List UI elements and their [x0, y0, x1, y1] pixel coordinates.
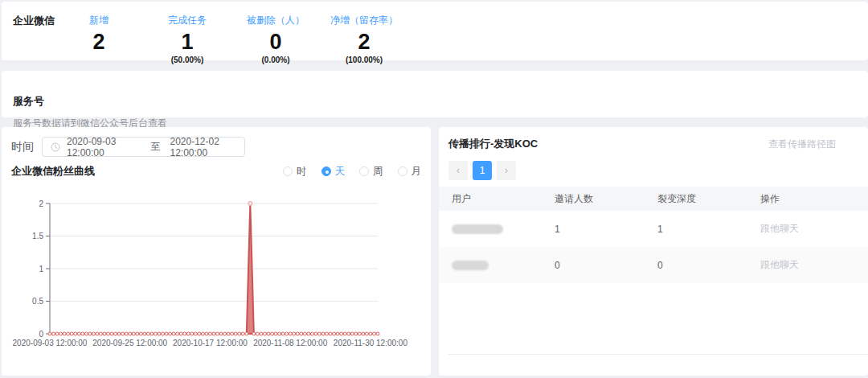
invites-value: 1 — [542, 211, 645, 247]
stat-new-users: 新增 2 — [55, 2, 143, 65]
fan-curve-panel: 时间 2020-09-03 12:00:00 至 2020-12-02 12:0… — [2, 127, 431, 376]
stat-value: 0 — [231, 31, 320, 53]
stat-percent — [55, 55, 143, 65]
koc-table-header-row: 用户 邀请人数 裂变深度 操作 — [439, 187, 868, 211]
wechat-work-stats-panel: 企业微信 新增 2 完成任务 1 (50.00%) 被删除（人） 0 (0.00… — [2, 2, 868, 60]
service-account-title: 服务号 — [13, 94, 868, 109]
stat-label: 净增（留存率） — [320, 14, 408, 27]
stat-value: 2 — [55, 31, 143, 53]
stat-label: 完成任务 — [143, 14, 231, 27]
date-range-picker[interactable]: 2020-09-03 12:00:00 至 2020-12-02 12:00:0… — [42, 137, 245, 157]
depth-value: 1 — [645, 211, 747, 247]
radio-circle-icon — [283, 166, 293, 176]
svg-text:0: 0 — [39, 330, 43, 339]
header-invites: 邀请人数 — [542, 187, 645, 211]
granularity-radio-group: 时 天 周 月 — [283, 165, 421, 179]
radio-month[interactable]: 月 — [398, 165, 422, 179]
header-depth: 裂变深度 — [645, 187, 747, 211]
svg-text:1.5: 1.5 — [32, 232, 43, 240]
svg-text:1: 1 — [39, 265, 43, 273]
radio-label: 周 — [373, 165, 383, 179]
clock-icon — [51, 142, 60, 152]
stats-row: 新增 2 完成任务 1 (50.00%) 被删除（人） 0 (0.00%) 净增… — [55, 2, 408, 65]
table-row: 0 0 跟他聊天 — [439, 247, 868, 283]
radio-circle-icon — [321, 166, 331, 176]
header-action: 操作 — [747, 187, 868, 211]
service-account-panel: 服务号 服务号数据请到微信公众号后台查看 — [2, 71, 868, 117]
svg-text:2020-09-25 12:00:00: 2020-09-25 12:00:00 — [92, 339, 167, 347]
stat-net-growth: 净增（留存率） 2 (100.00%) — [320, 2, 408, 65]
stat-value: 1 — [143, 31, 231, 53]
chat-with-user-link[interactable]: 跟他聊天 — [760, 223, 799, 234]
date-range-separator: 至 — [151, 140, 161, 154]
header-user: 用户 — [439, 187, 542, 211]
radio-day[interactable]: 天 — [321, 165, 346, 179]
stat-label: 新增 — [55, 14, 143, 27]
stat-deleted-users: 被删除（人） 0 (0.00%) — [231, 2, 320, 65]
chat-with-user-link[interactable]: 跟他聊天 — [760, 259, 799, 270]
radio-week[interactable]: 周 — [359, 165, 383, 179]
radio-label: 月 — [411, 165, 422, 179]
radio-circle-icon — [359, 166, 369, 176]
pagination-prev-button[interactable]: ‹ — [448, 161, 468, 180]
time-filter-label: 时间 — [11, 140, 34, 154]
svg-text:2020-09-03 12:00:00: 2020-09-03 12:00:00 — [13, 339, 88, 347]
fan-curve-line-chart: 00.511.522020-09-03 12:00:002020-09-25 1… — [11, 180, 429, 373]
svg-text:2: 2 — [39, 199, 43, 208]
svg-text:2020-11-30 12:00:00: 2020-11-30 12:00:00 — [334, 339, 408, 347]
redacted-user-name — [452, 261, 489, 270]
date-range-start: 2020-09-03 12:00:00 — [67, 136, 141, 158]
koc-panel-title: 传播排行-发现KOC — [448, 137, 538, 151]
radio-label: 时 — [297, 165, 307, 179]
depth-value: 0 — [645, 247, 747, 283]
stats-section-title: 企业微信 — [13, 14, 55, 28]
pagination-next-button[interactable]: › — [497, 161, 516, 180]
koc-table: 用户 邀请人数 裂变深度 操作 1 1 跟他聊天 0 — [439, 187, 868, 283]
chart-title: 企业微信粉丝曲线 — [11, 164, 95, 179]
pagination: ‹ 1 › — [448, 161, 868, 180]
koc-ranking-panel: 传播排行-发现KOC 查看传播路径图 ‹ 1 › 用户 邀请人数 裂变深度 操作 — [439, 127, 868, 376]
radio-hour[interactable]: 时 — [283, 165, 307, 179]
dashboard-page: 企业微信 新增 2 完成任务 1 (50.00%) 被删除（人） 0 (0.00… — [0, 0, 868, 376]
stat-percent: (50.00%) — [143, 55, 231, 65]
svg-text:2020-10-17 12:00:00: 2020-10-17 12:00:00 — [173, 339, 248, 347]
stat-percent: (100.00%) — [320, 55, 408, 65]
stat-percent: (0.00%) — [231, 55, 320, 65]
svg-text:0.5: 0.5 — [32, 297, 43, 306]
invites-value: 0 — [542, 247, 645, 283]
pagination-page-1[interactable]: 1 — [473, 161, 492, 180]
stat-completed-tasks: 完成任务 1 (50.00%) — [143, 2, 231, 65]
redacted-user-name — [452, 224, 503, 234]
view-spread-path-link[interactable]: 查看传播路径图 — [768, 138, 836, 151]
table-row: 1 1 跟他聊天 — [439, 211, 868, 247]
svg-text:2020-11-08 12:00:00: 2020-11-08 12:00:00 — [253, 339, 328, 347]
radio-circle-icon — [398, 166, 407, 176]
radio-label: 天 — [335, 165, 346, 179]
date-range-end: 2020-12-02 12:00:00 — [170, 136, 245, 158]
stat-label: 被删除（人） — [231, 14, 320, 27]
table-bottom-divider — [448, 354, 868, 355]
stat-value: 2 — [320, 31, 408, 53]
